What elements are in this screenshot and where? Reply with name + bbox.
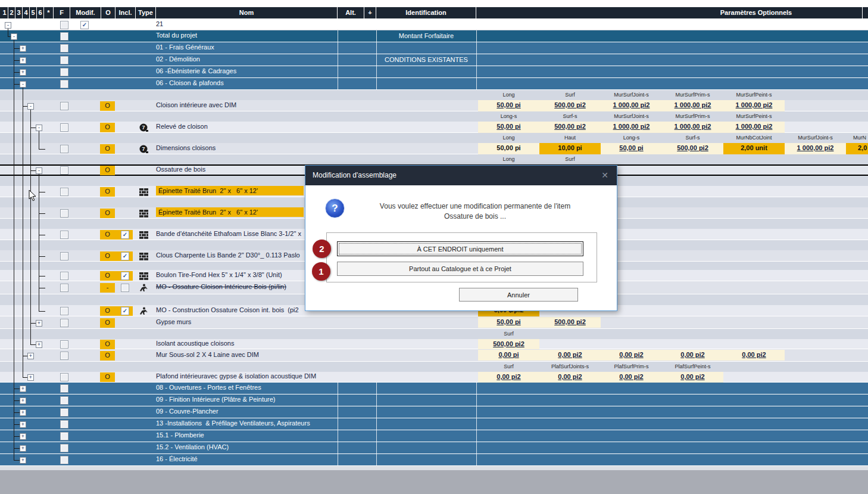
o-badge[interactable]: O✓ [100, 230, 133, 240]
o-badge[interactable]: O [100, 209, 115, 218]
o-badge[interactable]: O [100, 351, 115, 361]
expand-collapse-toggle[interactable]: + [20, 386, 26, 392]
param-value[interactable]: 0,00 pi2 [662, 351, 723, 358]
incl-checkbox[interactable]: ✓ [121, 252, 129, 260]
f-checkbox[interactable] [60, 396, 68, 405]
expand-collapse-toggle[interactable]: + [27, 353, 34, 359]
cancel-button[interactable]: Annuler [459, 288, 578, 302]
param-value[interactable]: 1 000,00 pi2 [723, 101, 785, 108]
nom-column-header[interactable]: Nom [156, 7, 338, 18]
optional-params-column-header[interactable]: Paramètres Optionnels [476, 7, 863, 18]
f-checkbox[interactable] [60, 420, 68, 428]
param-value[interactable]: 0,00 pi2 [539, 351, 601, 358]
tree-row[interactable]: 02 - DémolitionCONDITIONS EXISTANTES [0, 54, 868, 66]
expand-collapse-toggle[interactable]: + [20, 69, 26, 76]
o-badge[interactable]: - [100, 283, 115, 293]
param-value[interactable]: 50,00 pi [478, 101, 539, 108]
tree-row[interactable]: 15.2 - Ventilation (HVAC) [0, 442, 868, 454]
tree-row[interactable]: LongSurfMurSurfJoint-sMurSurfPrim-sMurSu… [0, 90, 868, 111]
tree-row[interactable]: SurfPlafSurfJoints-sPlafSurfPrim-sPlafSu… [0, 362, 868, 383]
param-value[interactable]: 0,00 pi2 [601, 351, 662, 358]
f-checkbox[interactable] [60, 123, 68, 132]
expand-collapse-toggle[interactable]: + [20, 421, 26, 428]
star-header[interactable]: * [44, 7, 54, 18]
f-checkbox[interactable] [60, 231, 68, 239]
tree-row[interactable]: 0,00 pi0,00 pi20,00 pi20,00 pi20,00 pi2O… [0, 349, 868, 362]
f-checkbox[interactable] [60, 102, 68, 110]
identification-column-header[interactable]: Identification [376, 7, 476, 18]
f-checkbox[interactable] [60, 384, 68, 393]
tree-row[interactable]: ✓21 [0, 19, 868, 30]
incl-checkbox[interactable]: ✓ [121, 272, 129, 280]
expand-collapse-toggle[interactable]: - [5, 22, 11, 29]
tree-row[interactable]: 50,00 pi500,00 pi2OGypse murs [0, 316, 868, 329]
o-badge[interactable]: O [100, 372, 115, 382]
f-checkbox[interactable] [60, 408, 68, 417]
incl-checkbox[interactable]: ✓ [121, 231, 129, 239]
expand-collapse-toggle[interactable]: + [20, 445, 26, 452]
expand-collapse-toggle[interactable]: + [36, 341, 42, 348]
param-value[interactable]: 50,00 pi [478, 318, 539, 325]
expand-collapse-toggle[interactable]: - [11, 33, 17, 40]
o-badge[interactable]: O [100, 318, 115, 328]
param-value[interactable]: 500,00 pi2 [539, 123, 601, 130]
param-value[interactable]: 1 000,00 pi2 [723, 123, 785, 130]
expand-collapse-toggle[interactable]: - [20, 81, 26, 88]
f-checkbox[interactable] [60, 319, 68, 327]
tree-row[interactable]: 16 - Électricité [0, 454, 868, 466]
param-value[interactable]: 500,00 pi2 [478, 340, 539, 347]
param-value[interactable]: 1 000,00 pi2 [601, 101, 662, 108]
param-value[interactable]: 500,00 pi2 [539, 101, 601, 108]
param-value[interactable]: 500,00 pi2 [662, 144, 723, 151]
tree-row[interactable]: Surf500,00 pi2OIsolant acoustique cloiso… [0, 329, 868, 349]
type-column-header[interactable]: Type [136, 7, 156, 18]
o-badge[interactable]: O✓ [100, 306, 133, 316]
tree-row[interactable]: 06 - Cloison & plafonds [0, 78, 868, 90]
f-checkbox[interactable] [60, 272, 68, 280]
param-value[interactable]: 0,00 pi2 [539, 373, 601, 380]
f-checkbox[interactable] [60, 284, 68, 292]
plus-column-header[interactable]: + [364, 7, 376, 18]
level-3-header[interactable]: 3 [15, 7, 23, 18]
param-value[interactable]: 0,00 pi2 [662, 373, 723, 380]
dialog-titlebar[interactable]: Modification d'assemblage ✕ [305, 166, 617, 185]
tree-row[interactable]: 01 - Frais Généraux [0, 42, 868, 54]
incl-checkbox[interactable]: ✓ [121, 307, 129, 315]
param-value[interactable]: 0,00 pi2 [478, 373, 539, 380]
expand-collapse-toggle[interactable]: - [36, 167, 42, 174]
level-1-header[interactable]: 1 [1, 7, 8, 18]
expand-collapse-toggle[interactable]: + [20, 457, 26, 464]
f-checkbox[interactable] [60, 56, 68, 64]
o-badge[interactable]: O [100, 340, 115, 349]
alt-column-header[interactable]: Alt. [338, 7, 364, 18]
level-5-header[interactable]: 5 [30, 7, 37, 18]
f-checkbox[interactable] [60, 373, 68, 381]
param-value[interactable]: 2,00 unit [723, 143, 785, 154]
param-value[interactable]: 0,00 pi [478, 351, 539, 358]
f-checkbox[interactable] [60, 166, 68, 175]
o-badge[interactable]: O [100, 144, 115, 154]
modif-column-header[interactable]: Modif. [70, 7, 101, 18]
f-checkbox[interactable] [60, 252, 68, 260]
param-value[interactable]: 1 000,00 pi2 [662, 123, 723, 130]
f-checkbox[interactable] [60, 68, 68, 76]
tree-row[interactable]: 15.1 - Plomberie [0, 430, 868, 442]
level-4-header[interactable]: 4 [23, 7, 30, 18]
level-2-header[interactable]: 2 [8, 7, 15, 18]
param-value[interactable]: 1 000,00 pi2 [601, 123, 662, 130]
param-value[interactable]: 10,00 pi [539, 143, 601, 154]
expand-collapse-toggle[interactable]: + [36, 320, 42, 327]
tree-row[interactable]: Total du projetMontant Forfaitaire [0, 30, 868, 42]
o-badge[interactable]: O [100, 123, 115, 132]
f-checkbox[interactable] [60, 21, 68, 29]
tree-row[interactable]: 08 - Ouvertures - Portes et Fenêtres [0, 383, 868, 394]
param-value[interactable]: 1 000,00 pi2 [785, 144, 846, 151]
close-icon[interactable]: ✕ [601, 166, 608, 185]
incl-checkbox[interactable] [121, 284, 129, 292]
f-checkbox[interactable] [60, 456, 68, 464]
param-value[interactable]: 0,00 pi2 [601, 373, 662, 380]
tree-row[interactable]: 06 -Ébénisterie & Cadrages [0, 66, 868, 78]
expand-collapse-toggle[interactable]: + [20, 409, 26, 416]
o-column-header[interactable]: O [101, 7, 115, 18]
expand-collapse-toggle[interactable]: + [20, 45, 26, 52]
